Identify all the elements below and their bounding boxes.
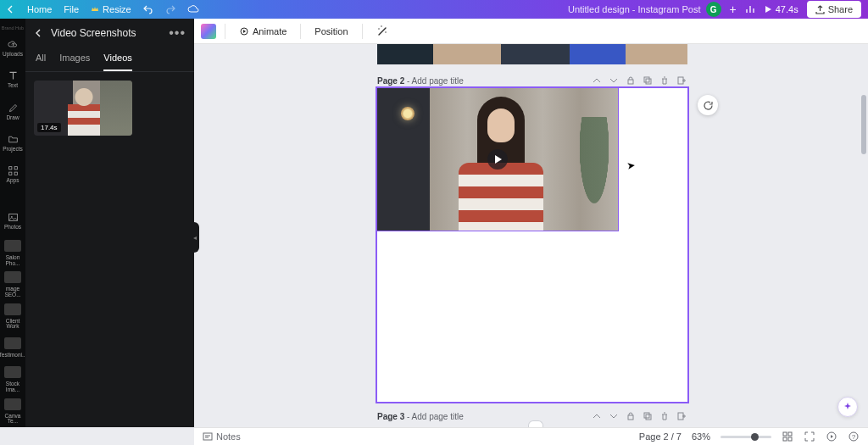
zoom-slider[interactable] [721, 436, 771, 438]
page-move-up-button[interactable] [591, 410, 603, 422]
cloud-upload-icon [8, 39, 19, 50]
share-button[interactable]: Share [807, 1, 861, 18]
page-indicator[interactable]: Page 2 / 7 [639, 431, 682, 442]
play-button[interactable] [487, 149, 508, 170]
rail-uploads[interactable]: Uploads [0, 32, 25, 64]
wand-icon [376, 25, 388, 37]
page-move-down-button[interactable] [608, 410, 620, 422]
undo-button[interactable] [143, 4, 153, 14]
rail-photos[interactable]: Photos [0, 206, 25, 237]
tab-all[interactable]: All [36, 47, 46, 71]
help-button[interactable]: ? [848, 431, 860, 442]
page-delete-button[interactable] [659, 410, 670, 422]
footer-bar: Notes Page 2 / 7 63% ? [194, 427, 868, 445]
add-page-icon [677, 76, 686, 85]
trash-icon [660, 76, 669, 85]
video-thumbnail[interactable]: 17.4s [34, 81, 132, 136]
rail-folder-canva[interactable]: Canva Te... [0, 396, 25, 427]
copy-icon [643, 76, 652, 85]
undo-icon [143, 4, 153, 14]
regenerate-button[interactable] [698, 95, 718, 115]
page-3-title[interactable]: Page 3 - Add page title [377, 412, 464, 421]
add-page-nub[interactable] [528, 420, 543, 427]
pencil-icon [8, 103, 19, 114]
scrollbar-thumb[interactable] [861, 95, 866, 154]
page-duplicate-button[interactable] [642, 75, 654, 86]
analytics-button[interactable] [745, 4, 755, 14]
trash-icon [660, 412, 669, 420]
animate-icon [239, 26, 249, 36]
page-move-down-button[interactable] [608, 75, 620, 86]
notes-label: Notes [216, 431, 241, 442]
chart-icon [745, 4, 755, 14]
fullscreen-button[interactable] [804, 431, 815, 442]
chevron-up-icon [593, 76, 601, 85]
page-lock-button[interactable] [625, 410, 637, 422]
add-member-button[interactable]: + [730, 3, 737, 16]
svg-rect-1 [8, 167, 11, 170]
page-add-button[interactable] [676, 75, 687, 86]
rail-text[interactable]: Text [0, 64, 25, 95]
magic-button[interactable] [837, 397, 858, 417]
rail-folder-testimonials[interactable]: Testimoni... [0, 332, 25, 364]
page-add-button[interactable] [676, 410, 687, 422]
cloud-sync-button[interactable] [187, 4, 199, 14]
svg-rect-16 [783, 432, 787, 436]
grid-view-button[interactable] [782, 431, 793, 442]
page-lock-button[interactable] [625, 75, 637, 86]
rail-projects[interactable]: Projects [0, 127, 25, 159]
page-2-canvas[interactable] [377, 88, 687, 402]
notes-button[interactable]: Notes [203, 431, 241, 442]
page-duplicate-button[interactable] [642, 410, 654, 422]
back-button[interactable] [7, 5, 15, 14]
rail-folder-stock[interactable]: Stock Ima... [0, 364, 25, 395]
play-circle-icon [826, 431, 837, 442]
page-delete-button[interactable] [659, 75, 670, 86]
resize-button[interactable]: Resize [91, 4, 131, 14]
video-element[interactable] [377, 88, 618, 231]
svg-rect-13 [646, 414, 651, 420]
canvas-area[interactable]: Page 2 - Add page title ➤ Page 3 - Add p… [194, 44, 868, 427]
text-icon [8, 70, 19, 81]
tab-videos[interactable]: Videos [103, 47, 131, 71]
document-title[interactable]: Untitled design - Instagram Post [199, 4, 706, 14]
help-icon: ? [849, 431, 859, 442]
color-picker-button[interactable] [201, 24, 216, 39]
chevron-up-icon [593, 412, 601, 420]
rail-folder-client[interactable]: Client Work [0, 301, 25, 332]
svg-rect-15 [203, 433, 212, 440]
panel-more-button[interactable]: ••• [169, 25, 186, 41]
position-button[interactable]: Position [309, 23, 353, 40]
panel-back-button[interactable] [34, 28, 44, 38]
redo-button[interactable] [165, 4, 175, 14]
play-preview-button[interactable]: 47.4s [764, 4, 798, 14]
animate-button[interactable]: Animate [234, 23, 292, 40]
avatar[interactable]: G [706, 2, 721, 17]
panel-tabs: All Images Videos [25, 47, 194, 72]
duration-badge: 17.4s [37, 123, 61, 132]
notes-icon [203, 431, 213, 442]
tab-images[interactable]: Images [59, 47, 90, 71]
zoom-percent[interactable]: 63% [692, 431, 710, 442]
present-button[interactable] [826, 431, 837, 442]
add-page-icon [677, 412, 686, 420]
svg-rect-18 [783, 437, 787, 441]
refresh-icon [703, 100, 714, 111]
folder-icon [8, 134, 19, 145]
rail-apps[interactable]: Apps [0, 159, 25, 190]
home-button[interactable]: Home [27, 4, 52, 14]
rail-draw[interactable]: Draw [0, 96, 25, 127]
rail-folder-salon[interactable]: Salon Pho... [0, 237, 25, 269]
rail-folder-seo[interactable]: mage SEO... [0, 269, 25, 300]
file-menu[interactable]: File [64, 4, 79, 14]
svg-rect-2 [14, 167, 17, 170]
svg-rect-11 [628, 415, 633, 420]
page-2-title[interactable]: Page 2 - Add page title [377, 76, 464, 86]
effects-button[interactable] [371, 22, 393, 41]
page-move-up-button[interactable] [591, 75, 603, 86]
divider [300, 24, 301, 39]
panel-collapse-button[interactable]: ◂ [191, 222, 199, 253]
zoom-slider-thumb[interactable] [751, 433, 759, 441]
chevron-left-icon [7, 5, 15, 14]
page-1-preview[interactable] [377, 44, 687, 64]
